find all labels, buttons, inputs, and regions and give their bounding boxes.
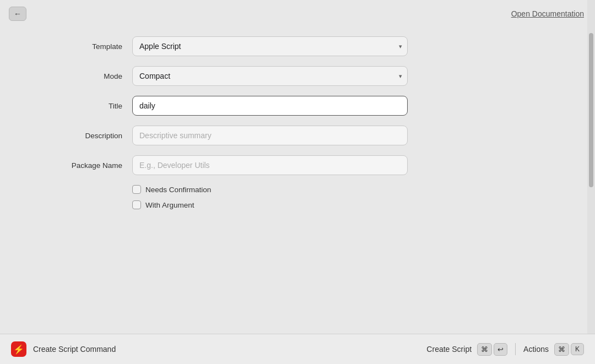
mode-row: Mode Compact Descriptive Minimal ▾ [22, 66, 573, 86]
k-key: K [571, 343, 584, 355]
top-bar: ← Open Documentation [0, 0, 595, 25]
create-script-shortcut: ⌘ ↩ [477, 343, 507, 356]
app-icon-symbol: ⚡ [13, 344, 24, 355]
app-icon: ⚡ [11, 341, 26, 357]
needs-confirmation-checkbox[interactable] [132, 185, 141, 194]
scrollbar-thumb[interactable] [589, 33, 593, 187]
mode-label: Mode [22, 72, 132, 80]
template-label: Template [22, 42, 132, 51]
actions-label: Actions [523, 345, 549, 354]
template-select-wrapper: Apple Script Shell Script Python JavaScr… [132, 36, 408, 56]
app-title: Create Script Command [33, 345, 116, 354]
cmd-key-actions: ⌘ [554, 343, 569, 356]
with-argument-row: With Argument [22, 200, 573, 209]
return-key: ↩ [494, 343, 507, 356]
with-argument-checkbox[interactable] [132, 200, 141, 209]
needs-confirmation-row: Needs Confirmation [22, 185, 573, 194]
scrollbar[interactable] [587, 0, 595, 364]
back-button[interactable]: ← [9, 7, 26, 21]
shortcut-divider [515, 343, 516, 355]
description-input[interactable] [132, 126, 408, 145]
title-input[interactable] [132, 96, 408, 116]
bottom-bar: ⚡ Create Script Command Create Script ⌘ … [0, 334, 595, 364]
template-row: Template Apple Script Shell Script Pytho… [22, 36, 573, 56]
package-name-row: Package Name [22, 155, 573, 175]
description-label: Description [22, 132, 132, 140]
back-icon: ← [14, 9, 21, 18]
bottom-right-actions: Create Script ⌘ ↩ Actions ⌘ K [426, 343, 584, 356]
needs-confirmation-label: Needs Confirmation [145, 186, 211, 194]
mode-select[interactable]: Compact Descriptive Minimal [132, 66, 408, 86]
package-name-input[interactable] [132, 155, 408, 175]
main-form: Template Apple Script Shell Script Pytho… [0, 25, 595, 227]
template-select[interactable]: Apple Script Shell Script Python JavaScr… [132, 36, 408, 56]
with-argument-label: With Argument [145, 201, 194, 209]
actions-shortcut: ⌘ K [554, 343, 584, 356]
create-script-label: Create Script [426, 345, 472, 354]
cmd-key-create: ⌘ [477, 343, 492, 356]
title-label: Title [22, 102, 132, 110]
title-row: Title [22, 96, 573, 116]
description-row: Description [22, 126, 573, 145]
mode-select-wrapper: Compact Descriptive Minimal ▾ [132, 66, 408, 86]
open-documentation-link[interactable]: Open Documentation [511, 9, 584, 18]
package-name-label: Package Name [22, 161, 132, 170]
